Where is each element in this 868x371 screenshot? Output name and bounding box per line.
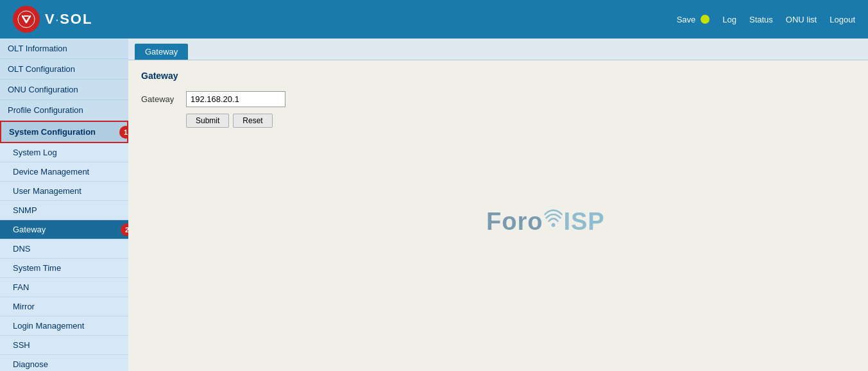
submit-button[interactable]: Submit: [186, 114, 229, 128]
main-content: Gateway Gateway Gateway Submit Reset Fo: [128, 39, 868, 371]
page-title: Gateway: [141, 71, 855, 81]
isp-text: ISP: [563, 207, 604, 235]
wifi-icon: [544, 207, 562, 230]
svg-point-1: [551, 223, 555, 227]
form-buttons: Submit Reset: [186, 114, 855, 128]
sidebar-sub-dns[interactable]: DNS: [0, 239, 128, 259]
logout-link[interactable]: Logout: [830, 15, 855, 24]
gateway-tab[interactable]: Gateway: [135, 44, 188, 60]
logo-area: V·SOL: [13, 6, 92, 33]
svg-point-0: [18, 11, 35, 28]
badge-1: 1: [119, 126, 128, 139]
watermark: Foro ISP: [486, 207, 605, 235]
sidebar-sub-mirror[interactable]: Mirror: [0, 297, 128, 316]
gateway-input[interactable]: [186, 91, 285, 107]
sidebar-item-system-configuration[interactable]: System Configuration 1: [0, 121, 128, 143]
badge-2: 2: [121, 223, 128, 236]
sidebar-item-olt-configuration[interactable]: OLT Configuration: [0, 59, 128, 80]
onu-list-link[interactable]: ONU list: [786, 15, 817, 24]
sidebar-sub-diagnose[interactable]: Diagnose: [0, 355, 128, 371]
sidebar: OLT Information OLT Configuration ONU Co…: [0, 39, 128, 371]
sidebar-sub-login-management[interactable]: Login Management: [0, 316, 128, 336]
layout: OLT Information OLT Configuration ONU Co…: [0, 39, 868, 371]
header-nav: Save Log Status ONU list Logout: [677, 15, 855, 24]
gateway-label: Gateway: [141, 94, 186, 104]
save-label[interactable]: Save: [677, 15, 696, 24]
sidebar-item-olt-information[interactable]: OLT Information: [0, 39, 128, 59]
reset-button[interactable]: Reset: [233, 114, 272, 128]
foro-text: Foro: [486, 207, 543, 235]
sidebar-item-profile-configuration[interactable]: Profile Configuration: [0, 100, 128, 121]
foroisp-logo: Foro ISP: [486, 207, 605, 235]
sidebar-sub-fan[interactable]: FAN: [0, 278, 128, 297]
sidebar-sub-snmp[interactable]: SNMP: [0, 201, 128, 220]
sidebar-item-onu-configuration[interactable]: ONU Configuration: [0, 80, 128, 100]
gateway-form-row: Gateway: [141, 91, 855, 107]
status-dot: [701, 15, 710, 24]
status-link[interactable]: Status: [749, 15, 773, 24]
header: V·SOL Save Log Status ONU list Logout: [0, 0, 868, 39]
sidebar-sub-device-management[interactable]: Device Management: [0, 162, 128, 182]
logo-icon: [13, 6, 40, 33]
tab-bar: Gateway: [128, 39, 868, 60]
logo-text: V·SOL: [45, 11, 92, 28]
sidebar-sub-ssh[interactable]: SSH: [0, 336, 128, 355]
sidebar-sub-gateway[interactable]: Gateway 2: [0, 220, 128, 239]
save-area: Save: [677, 15, 710, 24]
sidebar-sub-user-management[interactable]: User Management: [0, 182, 128, 201]
content-area: Gateway Gateway Submit Reset: [128, 60, 868, 138]
log-link[interactable]: Log: [722, 15, 736, 24]
sidebar-sub-system-time[interactable]: System Time: [0, 259, 128, 278]
sidebar-sub-system-log[interactable]: System Log: [0, 143, 128, 162]
